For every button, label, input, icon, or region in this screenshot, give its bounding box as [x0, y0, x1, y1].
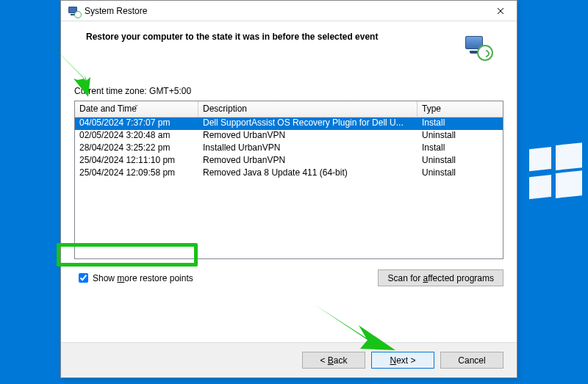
table-row[interactable]: 02/05/2024 3:20:48 amRemoved UrbanVPNUni… — [75, 130, 503, 142]
cell-type: Install — [417, 142, 503, 155]
windows-desktop: System Restore Restore your computer to … — [0, 0, 588, 384]
col-header-datetime[interactable]: Date and Time ⌄ — [75, 101, 198, 117]
window-title: System Restore — [85, 6, 147, 16]
cell-desc: Installed UrbanVPN — [198, 142, 417, 155]
cell-desc: Dell SupportAssist OS Recovery Plugin fo… — [198, 117, 417, 130]
windows-logo-icon — [529, 147, 582, 200]
back-button[interactable]: < Back — [302, 352, 365, 369]
options-row: Show more restore points Scan for affect… — [74, 269, 503, 286]
system-restore-dialog: System Restore Restore your computer to … — [60, 0, 517, 378]
cell-dt: 02/05/2024 3:20:48 am — [75, 130, 198, 142]
next-button[interactable]: Next > — [371, 352, 434, 369]
cancel-button[interactable]: Cancel — [440, 352, 503, 369]
show-more-label: Show more restore points — [93, 273, 193, 283]
dialog-content: Current time zone: GMT+5:00 Date and Tim… — [61, 64, 517, 342]
cell-dt: 28/04/2024 3:25:22 pm — [75, 142, 198, 155]
system-restore-icon — [68, 5, 80, 17]
table-row[interactable]: 28/04/2024 3:25:22 pmInstalled UrbanVPNI… — [75, 142, 503, 155]
show-more-checkbox-input[interactable] — [79, 273, 88, 283]
cell-type: Install — [417, 117, 503, 130]
table-header: Date and Time ⌄ Description Type — [75, 101, 503, 117]
system-restore-large-icon — [462, 32, 495, 64]
cell-desc: Removed UrbanVPN — [198, 130, 417, 142]
scan-affected-programs-button[interactable]: Scan for affected programs — [378, 269, 503, 286]
titlebar: System Restore — [61, 1, 517, 21]
dialog-footer: < Back Next > Cancel — [61, 342, 517, 377]
restore-points-table: Date and Time ⌄ Description Type 04/05/2… — [74, 101, 503, 259]
col-header-description[interactable]: Description — [198, 101, 417, 117]
cell-dt: 25/04/2024 12:09:58 pm — [75, 167, 198, 180]
cell-desc: Removed UrbanVPN — [198, 155, 417, 167]
cell-type: Uninstall — [417, 167, 503, 180]
table-body: 04/05/2024 7:37:07 pmDell SupportAssist … — [75, 117, 503, 180]
table-row[interactable]: 25/04/2024 12:11:10 pmRemoved UrbanVPNUn… — [75, 155, 503, 167]
show-more-restore-points-checkbox[interactable]: Show more restore points — [74, 270, 198, 286]
cell-dt: 04/05/2024 7:37:07 pm — [75, 117, 198, 130]
cell-type: Uninstall — [417, 155, 503, 167]
close-icon — [497, 7, 504, 15]
table-row[interactable]: 04/05/2024 7:37:07 pmDell SupportAssist … — [75, 117, 503, 130]
sort-indicator-icon: ⌄ — [134, 101, 140, 108]
close-button[interactable] — [484, 1, 517, 21]
cell-dt: 25/04/2024 12:11:10 pm — [75, 155, 198, 167]
cell-desc: Removed Java 8 Update 411 (64-bit) — [198, 167, 417, 180]
dialog-header: Restore your computer to the state it wa… — [61, 21, 517, 64]
col-header-type[interactable]: Type — [417, 101, 503, 117]
table-row[interactable]: 25/04/2024 12:09:58 pmRemoved Java 8 Upd… — [75, 167, 503, 180]
cell-type: Uninstall — [417, 130, 503, 142]
dialog-heading: Restore your computer to the state it wa… — [86, 32, 462, 42]
timezone-label: Current time zone: GMT+5:00 — [74, 86, 503, 96]
